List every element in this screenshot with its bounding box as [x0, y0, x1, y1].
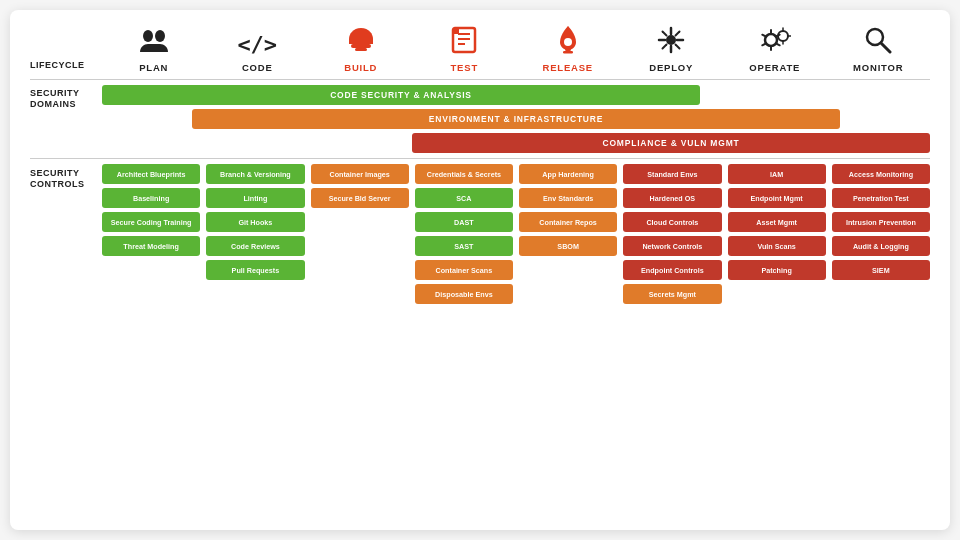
ctrl-sast: SAST [415, 236, 513, 256]
ctrl-baselining: Baselining [102, 188, 200, 208]
controls-label: SECURITYCONTROLS [30, 164, 102, 192]
lifecycle-item-release: RELEASE [528, 24, 608, 73]
release-label: RELEASE [543, 62, 593, 73]
ctrl-git-hooks: Git Hooks [206, 212, 304, 232]
deploy-controls-col: Standard Envs Hardened OS Cloud Controls… [623, 164, 721, 304]
ctrl-credentials-secrets: Credentials & Secrets [415, 164, 513, 184]
controls-grid: Architect Blueprints Baselining Secure C… [102, 164, 930, 304]
svg-line-23 [881, 43, 890, 52]
ctrl-dast: DAST [415, 212, 513, 232]
lifecycle-divider [30, 79, 930, 80]
plan-controls-col: Architect Blueprints Baselining Secure C… [102, 164, 200, 304]
ctrl-secrets-mgmt: Secrets Mgmt [623, 284, 721, 304]
ctrl-access-monitoring: Access Monitoring [832, 164, 930, 184]
plan-label: PLAN [139, 62, 168, 73]
svg-rect-9 [565, 48, 571, 51]
domains-bars: CODE SECURITY & ANALYSIS ENVIRONMENT & I… [102, 85, 930, 153]
lifecycle-row: LIFECYCLE PLAN </> CODE [30, 24, 930, 73]
ctrl-vuln-scans: Vuln Scans [728, 236, 826, 256]
ctrl-architect-blueprints: Architect Blueprints [102, 164, 200, 184]
lifecycle-item-code: </> CODE [217, 34, 297, 73]
lifecycle-item-test: TEST [424, 26, 504, 73]
deploy-label: DEPLOY [649, 62, 693, 73]
monitor-icon [864, 26, 892, 58]
lifecycle-item-monitor: MONITOR [838, 26, 918, 73]
code-label: CODE [242, 62, 273, 73]
ctrl-network-controls: Network Controls [623, 236, 721, 256]
ctrl-sca: SCA [415, 188, 513, 208]
ctrl-patching: Patching [728, 260, 826, 280]
deploy-icon [655, 26, 687, 58]
release-controls-col: App Hardening Env Standards Container Re… [519, 164, 617, 304]
lifecycle-label: LIFECYCLE [30, 60, 102, 73]
ctrl-env-standards: Env Standards [519, 188, 617, 208]
svg-line-18 [676, 32, 680, 36]
ctrl-pull-requests: Pull Requests [206, 260, 304, 280]
test-label: TEST [451, 62, 478, 73]
ctrl-branch-versioning: Branch & Versioning [206, 164, 304, 184]
ctrl-endpoint-controls: Endpoint Controls [623, 260, 721, 280]
plan-icon [138, 26, 170, 58]
domains-divider [30, 158, 930, 159]
svg-line-16 [663, 32, 667, 36]
svg-line-19 [663, 45, 667, 49]
ctrl-container-scans: Container Scans [415, 260, 513, 280]
ctrl-standard-envs: Standard Envs [623, 164, 721, 184]
build-label: BUILD [344, 62, 377, 73]
svg-rect-10 [563, 51, 573, 54]
operate-controls-col: IAM Endpoint Mgmt Asset Mgmt Vuln Scans … [728, 164, 826, 304]
ctrl-secure-bld-server: Secure Bld Server [311, 188, 409, 208]
ctrl-siem: SIEM [832, 260, 930, 280]
ctrl-penetration-test: Penetration Test [832, 188, 930, 208]
svg-rect-2 [351, 44, 371, 48]
code-security-bar: CODE SECURITY & ANALYSIS [102, 85, 700, 105]
svg-line-17 [676, 45, 680, 49]
domains-label: SECURITYDOMAINS [30, 85, 102, 112]
svg-rect-3 [355, 48, 367, 51]
compliance-bar: COMPLIANCE & VULN MGMT [412, 133, 930, 153]
ctrl-asset-mgmt: Asset Mgmt [728, 212, 826, 232]
lifecycle-item-build: BUILD [321, 26, 401, 73]
lifecycle-item-deploy: DEPLOY [631, 26, 711, 73]
ctrl-endpoint-mgmt: Endpoint Mgmt [728, 188, 826, 208]
ctrl-secure-coding-training: Secure Coding Training [102, 212, 200, 232]
svg-point-8 [564, 38, 572, 46]
ctrl-iam: IAM [728, 164, 826, 184]
svg-point-21 [778, 31, 788, 41]
ctrl-hardened-os: Hardened OS [623, 188, 721, 208]
svg-point-0 [143, 30, 153, 42]
monitor-label: MONITOR [853, 62, 903, 73]
ctrl-disposable-envs: Disposable Envs [415, 284, 513, 304]
ctrl-container-images: Container Images [311, 164, 409, 184]
test-icon [450, 26, 478, 58]
environment-bar: ENVIRONMENT & INFRASTRUCTURE [192, 109, 840, 129]
ctrl-sbom: SBOM [519, 236, 617, 256]
monitor-controls-col: Access Monitoring Penetration Test Intru… [832, 164, 930, 304]
ctrl-app-hardening: App Hardening [519, 164, 617, 184]
ctrl-container-repos: Container Repos [519, 212, 617, 232]
test-controls-col: Credentials & Secrets SCA DAST SAST Cont… [415, 164, 513, 304]
ctrl-code-reviews: Code Reviews [206, 236, 304, 256]
release-icon [554, 24, 582, 58]
lifecycle-item-operate: OPERATE [735, 26, 815, 73]
code-icon: </> [237, 34, 277, 58]
code-controls-col: Branch & Versioning Linting Git Hooks Co… [206, 164, 304, 304]
operate-icon [759, 26, 791, 58]
build-icon [345, 26, 377, 58]
lifecycle-items: PLAN </> CODE BUILD [102, 24, 930, 73]
svg-point-11 [666, 35, 676, 45]
ctrl-linting: Linting [206, 188, 304, 208]
ctrl-audit-logging: Audit & Logging [832, 236, 930, 256]
controls-row: SECURITYCONTROLS Architect Blueprints Ba… [30, 164, 930, 304]
ctrl-intrusion-prevention: Intrusion Prevention [832, 212, 930, 232]
build-controls-col: Container Images Secure Bld Server [311, 164, 409, 304]
operate-label: OPERATE [749, 62, 800, 73]
lifecycle-item-plan: PLAN [114, 26, 194, 73]
ctrl-threat-modeling: Threat Modeling [102, 236, 200, 256]
main-container: LIFECYCLE PLAN </> CODE [10, 10, 950, 530]
domains-row: SECURITYDOMAINS CODE SECURITY & ANALYSIS… [30, 85, 930, 153]
ctrl-cloud-controls: Cloud Controls [623, 212, 721, 232]
svg-point-1 [155, 30, 165, 42]
